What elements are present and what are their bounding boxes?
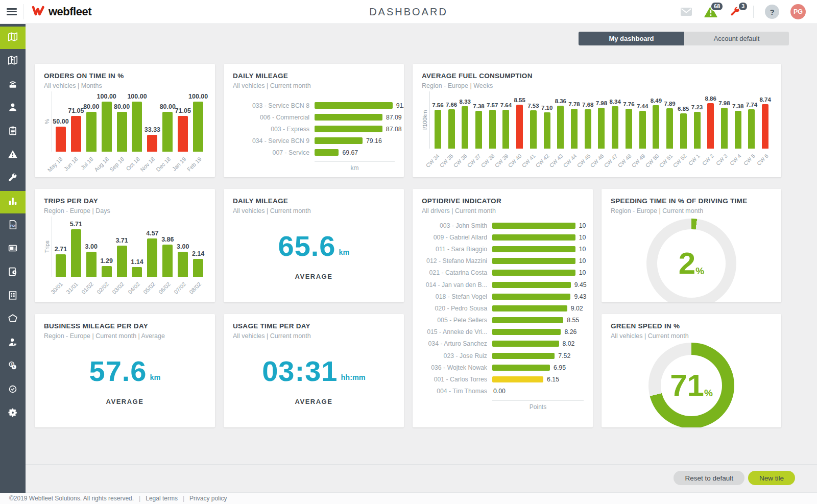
x-tick: Sep 18 (113, 152, 129, 174)
row-label: 012 - Stefano Mazzini (422, 257, 492, 265)
sidebar-item-costs[interactable]: $€ (0, 355, 26, 378)
bar-value-label: 69.67 (342, 149, 358, 156)
coins-icon: $€ (7, 360, 18, 373)
menu-icon[interactable] (0, 0, 23, 23)
footer-separator: | (183, 495, 184, 502)
service-wrench-icon[interactable]: 3 (729, 5, 742, 18)
mail-icon[interactable] (680, 5, 693, 18)
bar (435, 110, 441, 149)
bar-column: 80.00 (160, 91, 175, 152)
device-signal-icon (7, 78, 18, 91)
x-tick: CW 51 (662, 149, 676, 171)
sidebar-item-settings[interactable] (0, 402, 26, 425)
x-tick: CW 4 (731, 149, 745, 171)
sidebar-item-users[interactable] (0, 332, 26, 354)
bar (56, 254, 66, 277)
sidebar-item-maintenance[interactable] (0, 167, 26, 190)
bar (489, 110, 496, 149)
bar (315, 149, 339, 156)
bar-value-label: 100.00 (188, 93, 208, 100)
bar (492, 376, 543, 382)
big-number-unit: km (150, 373, 161, 386)
bar-row: 015 - Anneke de Vri...8.26 (422, 326, 584, 338)
tile-usage-time[interactable]: USAGE TIME PER DAY All vehicles | Curren… (224, 314, 404, 427)
row-label: 011 - Sara Biaggio (422, 246, 492, 253)
bar-value-label: 87.08 (386, 126, 402, 133)
sidebar-item-map[interactable] (0, 27, 26, 49)
bar-column: 8.36 (554, 91, 567, 149)
bar (102, 266, 112, 277)
sidebar-item-route-map[interactable] (0, 50, 26, 73)
tile-business-mileage[interactable]: BUSINESS MILEAGE PER DAY Region - Europe… (35, 314, 215, 427)
sidebar-item-alerts[interactable] (0, 144, 26, 166)
avatar[interactable]: PG (790, 4, 806, 19)
tile-optidrive-indicator[interactable]: OPTIDRIVE INDICATOR All drivers | Curren… (413, 189, 593, 427)
bar-column: 100.00 (99, 91, 114, 152)
bar-value-label: 7.89 (664, 101, 675, 107)
tab-my-dashboard[interactable]: My dashboard (579, 32, 684, 45)
fuel-consumption-chart: l/100km7.567.668.337.387.577.648.557.537… (422, 91, 772, 171)
donut-unit: % (695, 266, 704, 277)
pdf-icon: PDF (7, 219, 18, 232)
x-tick: CW 2 (704, 149, 717, 171)
tile-speeding-time[interactable]: SPEEDING TIME IN % OF DRIVING TIME Regio… (602, 189, 781, 302)
tile-green-speed[interactable]: GREEN SPEED IN % All vehicles | Current … (602, 314, 781, 427)
bar-column: 7.56 (431, 91, 445, 149)
business-mileage-average: 57.6kmAVERAGE (44, 343, 206, 419)
bar-row: 011 - Sara Biaggio10 (422, 243, 584, 255)
x-axis-label: km (315, 161, 395, 172)
help-button[interactable]: ? (765, 5, 779, 19)
bar-column: 7.98 (717, 91, 731, 149)
new-tile-button[interactable]: New tile (748, 471, 795, 485)
bar-value-label: 33.33 (145, 126, 160, 133)
tile-daily-mileage-bars[interactable]: DAILY MILEAGE All vehicles | Current mon… (224, 64, 404, 177)
tile-subtitle: All drivers | Current month (422, 207, 584, 214)
bar (666, 108, 673, 149)
alerts-warning-icon[interactable]: 68 (704, 5, 717, 18)
sidebar-item-areas[interactable] (0, 308, 26, 331)
x-tick: 05/02 (144, 277, 159, 299)
legal-terms-link[interactable]: Legal terms (146, 495, 178, 502)
bar-value-label: 7.66 (446, 102, 457, 108)
sidebar-item-driver-terminal[interactable] (0, 238, 26, 260)
bar (102, 102, 112, 152)
bar (721, 108, 728, 149)
bar (762, 104, 768, 149)
x-tick: CW 50 (649, 149, 663, 171)
bar (117, 246, 127, 277)
privacy-policy-link[interactable]: Privacy policy (189, 495, 227, 502)
tile-subtitle: All vehicles | Current month (611, 332, 772, 340)
sidebar-item-logbook[interactable] (0, 261, 26, 284)
sidebar-item-company[interactable] (0, 285, 26, 307)
x-tick-label: 03/02 (111, 281, 125, 295)
sidebar-item-devices[interactable] (0, 74, 26, 96)
tile-trips-per-day[interactable]: TRIPS PER DAY Region - Europe | Days Tri… (35, 189, 215, 302)
x-tick: CW 3 (717, 149, 731, 171)
footer: ©2019 Webfleet Solutions. All rights res… (0, 492, 817, 504)
bar-value-label: 1.14 (131, 258, 143, 266)
sidebar-item-reports[interactable]: PDF (0, 214, 26, 237)
sidebar-item-orders[interactable] (0, 121, 26, 143)
bar (162, 112, 173, 152)
sidebar-item-dashboard[interactable] (0, 191, 26, 213)
gear-icon (7, 407, 18, 420)
bar (492, 317, 563, 323)
x-tick: 01/02 (82, 277, 98, 299)
tile-orders-on-time[interactable]: ORDERS ON TIME IN % All vehicles | Month… (35, 64, 215, 177)
tile-daily-mileage-average[interactable]: DAILY MILEAGE All vehicles | Current mon… (224, 189, 404, 302)
reset-to-default-button[interactable]: Reset to default (674, 471, 744, 485)
bar (530, 110, 537, 149)
bar-value-label: 7.74 (746, 102, 757, 108)
sidebar-item-drivers[interactable] (0, 97, 26, 119)
bar-row: 004 - Tim Thomas0.00 (422, 386, 584, 397)
big-number-value: 65.6 (278, 232, 336, 260)
bar-value-label: 80.00 (160, 103, 176, 110)
plot-area: 2.715.713.001.293.711.144.573.863.002.14 (52, 217, 206, 277)
terminal-icon (7, 243, 18, 256)
tab-account-default[interactable]: Account default (684, 32, 789, 45)
bar-column: 7.68 (581, 91, 595, 149)
bar-row: 020 - Pedro Sousa9.02 (422, 302, 584, 314)
sidebar-item-working-times[interactable] (0, 379, 26, 401)
tile-average-fuel-consumption[interactable]: AVERAGE FUEL CONSUMPTION Region - Europe… (413, 64, 781, 177)
bar (315, 137, 363, 144)
